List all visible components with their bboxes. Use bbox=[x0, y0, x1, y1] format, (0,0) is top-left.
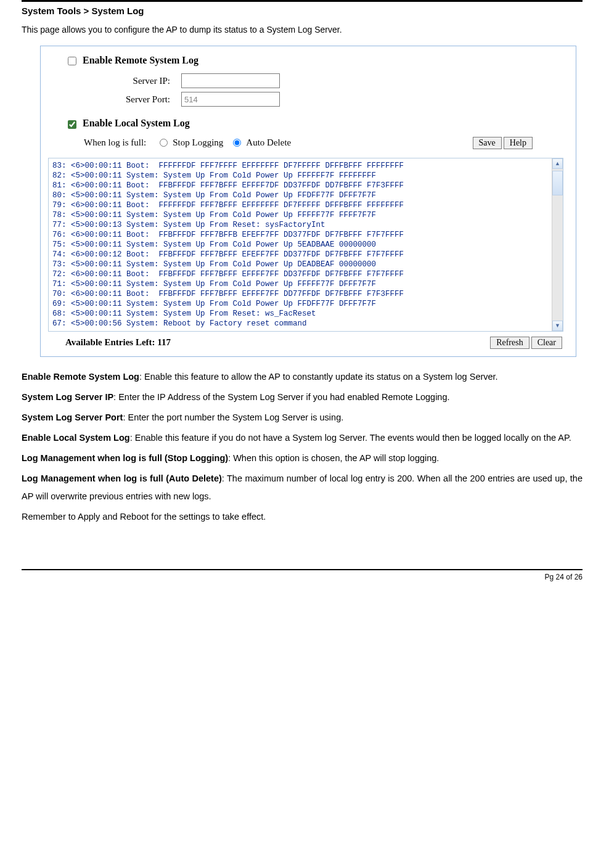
stop-logging-radio[interactable] bbox=[160, 139, 168, 147]
descriptions-block: Enable Remote System Log: Enable this fe… bbox=[22, 368, 583, 526]
clear-button[interactable]: Clear bbox=[531, 337, 562, 349]
enable-local-checkbox[interactable] bbox=[68, 120, 76, 129]
desc5-title: Log Management when log is full (Stop Lo… bbox=[22, 453, 228, 463]
breadcrumb: System Tools > System Log bbox=[22, 6, 583, 16]
enable-remote-row: Enable Remote System Log bbox=[65, 55, 551, 67]
scroll-thumb[interactable] bbox=[552, 171, 563, 195]
server-port-input[interactable] bbox=[181, 92, 280, 107]
available-entries-label: Available Entries Left: 117 bbox=[65, 337, 171, 348]
desc2-text: : Enter the IP Address of the System Log… bbox=[113, 392, 449, 402]
server-ip-label: Server IP: bbox=[102, 76, 170, 86]
help-button[interactable]: Help bbox=[504, 137, 533, 149]
scroll-up-icon[interactable]: ▲ bbox=[552, 158, 563, 169]
enable-remote-label: Enable Remote System Log bbox=[83, 55, 198, 65]
desc7-text: Remember to Apply and Reboot for the set… bbox=[22, 512, 266, 522]
desc3-text: : Enter the port number the System Log S… bbox=[123, 412, 343, 422]
when-log-full-label: When log is full: bbox=[84, 137, 146, 148]
log-textarea[interactable]: 83: <6>00:00:11 Boot: FFFFFFDF FFF7FFFF … bbox=[48, 158, 563, 332]
desc1-title: Enable Remote System Log bbox=[22, 372, 139, 382]
desc1-text: : Enable this feature to allow the AP to… bbox=[139, 372, 498, 382]
enable-local-label: Enable Local System Log bbox=[83, 118, 190, 128]
auto-delete-label: Auto Delete bbox=[246, 137, 291, 148]
enable-remote-checkbox[interactable] bbox=[68, 57, 76, 65]
stop-logging-label: Stop Logging bbox=[173, 137, 223, 148]
desc4-title: Enable Local System Log bbox=[22, 433, 130, 443]
server-port-label: Server Port: bbox=[102, 94, 170, 105]
desc6-title: Log Management when log is full (Auto De… bbox=[22, 473, 222, 483]
scroll-down-icon[interactable]: ▼ bbox=[552, 321, 563, 331]
intro-text: This page allows you to configure the AP… bbox=[22, 25, 583, 35]
server-ip-input[interactable] bbox=[181, 73, 280, 88]
refresh-button[interactable]: Refresh bbox=[490, 337, 529, 349]
desc2-title: System Log Server IP bbox=[22, 392, 113, 402]
enable-local-row: Enable Local System Log bbox=[65, 118, 551, 130]
auto-delete-radio[interactable] bbox=[233, 139, 241, 147]
desc4-text: : Enable this feature if you do not have… bbox=[130, 433, 571, 443]
scrollbar-track[interactable]: ▲ ▼ bbox=[552, 158, 563, 331]
page-footer: Pg 24 of 26 bbox=[22, 570, 583, 594]
system-log-panel: Enable Remote System Log Server IP: Serv… bbox=[40, 46, 576, 357]
save-button[interactable]: Save bbox=[473, 137, 502, 149]
desc3-title: System Log Server Port bbox=[22, 412, 123, 422]
desc5-text: : When this option is chosen, the AP wil… bbox=[228, 453, 439, 463]
